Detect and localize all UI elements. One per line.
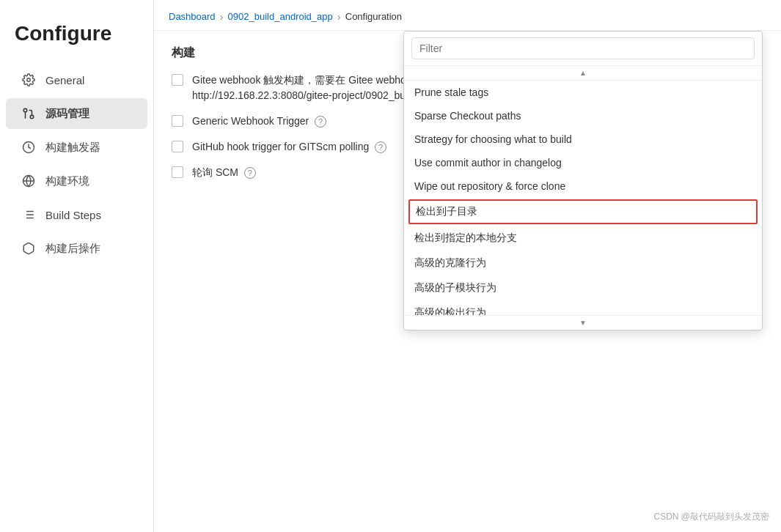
dropdown-item-9[interactable]: 高级的检出行为: [404, 300, 762, 315]
help-icon-4[interactable]: ?: [244, 167, 256, 179]
sidebar-item-general[interactable]: General: [6, 64, 147, 95]
help-icon-2[interactable]: ?: [315, 116, 326, 128]
breadcrumb-project[interactable]: 0902_build_android_app: [228, 11, 333, 22]
checkbox-3[interactable]: [172, 141, 183, 152]
main-content: Dashboard › 0902_build_android_app › Con…: [154, 0, 781, 532]
dropdown-item-3[interactable]: Use commit author in changelog: [404, 151, 762, 174]
svg-point-0: [27, 78, 31, 82]
dropdown-scroll-down: ▼: [404, 315, 762, 330]
breadcrumb-sep-1: ›: [220, 10, 224, 23]
sidebar-item-post-build-label: 构建后操作: [45, 242, 100, 256]
sidebar: Configure General 源码管理 构建触发器: [0, 0, 154, 532]
breadcrumb-config: Configuration: [345, 11, 402, 22]
svg-point-2: [23, 108, 27, 112]
row-text-3: GitHub hook trigger for GITScm polling ?: [192, 139, 386, 155]
checkbox-4[interactable]: [172, 166, 183, 178]
breadcrumb-dashboard[interactable]: Dashboard: [169, 11, 216, 22]
dropdown-filter-input[interactable]: [411, 37, 755, 59]
dropdown-item-8[interactable]: 高级的子模块行为: [404, 276, 762, 300]
sidebar-item-env-label: 构建环境: [45, 174, 89, 188]
breadcrumb: Dashboard › 0902_build_android_app › Con…: [154, 0, 781, 31]
sidebar-item-triggers[interactable]: 构建触发器: [6, 132, 147, 163]
watermark: CSDN @敲代码敲到头发茂密: [653, 511, 769, 523]
dropdown-item-5[interactable]: 检出到子目录: [408, 199, 758, 224]
breadcrumb-sep-2: ›: [337, 10, 341, 23]
row-text-2: Generic Webhook Trigger ?: [192, 114, 326, 129]
sidebar-item-general-label: General: [45, 74, 84, 86]
content-area: 构建 Gitee webhook 触发构建，需要在 Gitee webhook …: [154, 31, 781, 532]
sidebar-item-env[interactable]: 构建环境: [6, 166, 147, 196]
sidebar-item-triggers-label: 构建触发器: [45, 141, 100, 155]
dropdown-item-1[interactable]: Sparse Checkout paths: [404, 104, 762, 128]
sidebar-title: Configure: [0, 15, 153, 63]
dropdown-scroll-up: ▲: [404, 66, 762, 81]
dropdown-list: Prune stale tags Sparse Checkout paths S…: [404, 81, 762, 315]
gear-icon: [21, 72, 37, 88]
dropdown-container[interactable]: ▲ Prune stale tags Sparse Checkout paths…: [403, 31, 763, 330]
help-icon-3[interactable]: ?: [375, 141, 386, 153]
checkbox-2[interactable]: [172, 115, 183, 127]
sidebar-item-source[interactable]: 源码管理: [6, 98, 147, 129]
dropdown-item-0[interactable]: Prune stale tags: [404, 81, 762, 104]
sidebar-item-build-steps[interactable]: Build Steps: [6, 199, 147, 230]
list-icon: [21, 207, 37, 223]
sidebar-item-post-build[interactable]: 构建后操作: [6, 233, 147, 264]
cube-icon: [21, 240, 37, 256]
row-text-4: 轮询 SCM ?: [192, 165, 256, 180]
dropdown-item-2[interactable]: Strategy for choosing what to build: [404, 128, 762, 151]
dropdown-item-4[interactable]: Wipe out repository & force clone: [404, 174, 762, 198]
source-icon: [21, 106, 37, 122]
sidebar-item-source-label: 源码管理: [45, 107, 89, 121]
dropdown-overlay: ▲ Prune stale tags Sparse Checkout paths…: [154, 31, 781, 532]
clock-icon: [21, 139, 37, 155]
svg-point-1: [30, 115, 34, 119]
dropdown-filter-area: [404, 32, 762, 66]
dropdown-item-6[interactable]: 检出到指定的本地分支: [404, 226, 762, 251]
dropdown-item-7[interactable]: 高级的克隆行为: [404, 251, 762, 276]
globe-icon: [21, 173, 37, 189]
checkbox-1[interactable]: [172, 74, 183, 86]
sidebar-item-build-steps-label: Build Steps: [45, 209, 101, 221]
